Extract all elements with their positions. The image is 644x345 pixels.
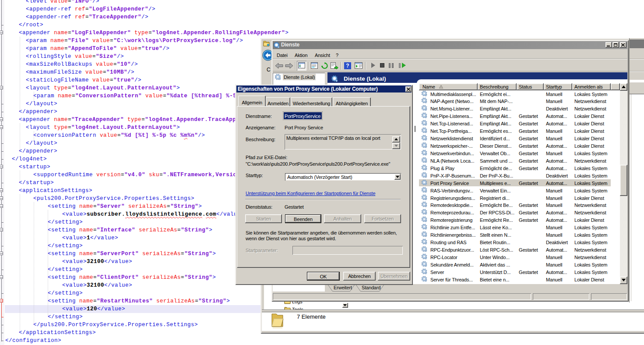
svg-text:Erweitert: Erweitert [334,285,352,290]
svg-text:Standard: Standard [362,285,380,290]
